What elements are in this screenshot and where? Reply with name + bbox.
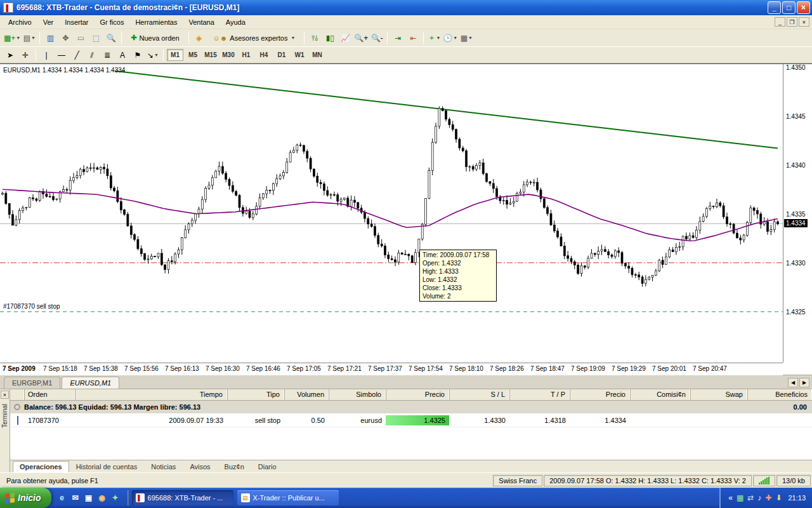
navigator-button[interactable]: ✥ <box>58 31 72 45</box>
menu-ver[interactable]: Ver <box>37 17 60 28</box>
col-tiempo[interactable]: Tiempo <box>75 389 227 400</box>
start-button[interactable]: Inicio <box>0 488 51 508</box>
timeframe-h4-button[interactable]: H4 <box>256 49 272 61</box>
bar-chart-button[interactable]: ⫯⫰ <box>308 31 322 45</box>
terminal-close-icon[interactable]: × <box>1 391 9 399</box>
vertical-line-button[interactable]: | <box>39 48 53 62</box>
price-axis[interactable]: 1.4334 1.43501.43451.43401.43351.43301.4… <box>783 64 812 363</box>
tray-antivirus-icon[interactable]: ✚ <box>765 494 771 502</box>
text-label-button[interactable]: ⚑ <box>131 48 145 62</box>
col-beneficios[interactable]: Beneficios <box>747 389 812 400</box>
candlestick-button[interactable]: ▮▯ <box>323 31 337 45</box>
strategy-tester-button[interactable]: 🔍 <box>104 31 118 45</box>
minimize-button[interactable]: _ <box>768 1 781 14</box>
tray-updates-icon[interactable]: ⬇ <box>775 494 782 502</box>
chart-tab-eurusd[interactable]: EURUSD,M1 <box>62 377 119 389</box>
periods-button[interactable]: 🕒▼ <box>442 31 458 45</box>
time-tick-label: 7 Sep 17:54 <box>409 365 443 372</box>
horizontal-line-button[interactable]: — <box>55 48 69 62</box>
metaeditor-button[interactable]: ◈ <box>192 31 206 45</box>
tab-buzon[interactable]: Buz¢n <box>218 461 251 472</box>
tray-volume-icon[interactable]: ♪ <box>757 494 761 502</box>
tab-operaciones[interactable]: Operaciones <box>13 461 69 472</box>
tray-network-icon[interactable]: ⇄ <box>747 494 754 502</box>
market-watch-button[interactable]: ▥ <box>43 31 57 45</box>
internet-explorer-icon[interactable]: e <box>56 492 68 504</box>
timeframe-h1-button[interactable]: H1 <box>238 49 254 61</box>
menu-archivo[interactable]: Archivo <box>3 17 37 28</box>
templates-button[interactable]: ▦▼ <box>459 31 473 45</box>
asesores-expertos-button[interactable]: ☺☻ Asesores expertos ▼ <box>208 31 301 45</box>
menu-ventana[interactable]: Ventana <box>183 17 219 28</box>
mdi-close-button[interactable]: × <box>799 17 809 27</box>
tab-scroll-right-icon[interactable]: ▶ <box>799 378 809 387</box>
chart-plot[interactable]: EURUSD,M1 1.4334 1.4334 1.4334 1.4334 #1… <box>0 64 783 363</box>
nueva-orden-button[interactable]: ✚ Nueva orden <box>126 31 184 45</box>
trendline-button[interactable]: ╱ <box>70 48 84 62</box>
auto-scroll-button[interactable]: ⇥ <box>391 31 405 45</box>
window-titlebar: ▌ 695688: XTB-Trader - Cuenta de demostr… <box>0 0 812 15</box>
fibonacci-button[interactable]: ≣ <box>100 48 114 62</box>
timeframe-m5-button[interactable]: M5 <box>185 49 201 61</box>
menu-graficos[interactable]: Gr ficos <box>95 17 130 28</box>
indicators-button[interactable]: ＋▼ <box>427 31 441 45</box>
time-axis[interactable]: 7 Sep 20097 Sep 15:187 Sep 15:387 Sep 15… <box>0 363 783 375</box>
time-tick-label: 7 Sep 18:10 <box>449 365 483 372</box>
taskbar-clock[interactable]: 21:13 <box>785 494 806 502</box>
show-desktop-icon[interactable]: ▣ <box>83 492 95 504</box>
line-chart-button[interactable]: 📈 <box>338 31 352 45</box>
tab-noticias[interactable]: Noticias <box>144 461 183 472</box>
col-simbolo[interactable]: Simbolo <box>329 389 386 400</box>
text-button[interactable]: A <box>115 48 129 62</box>
tab-avisos[interactable]: Avisos <box>183 461 217 472</box>
media-player-icon[interactable]: ◉ <box>96 492 108 504</box>
menu-insertar[interactable]: Insertar <box>59 17 94 28</box>
order-row[interactable]: 17087370 2009.09.07 19:33 sell stop 0.50… <box>10 413 812 427</box>
shapes-button[interactable]: ↘▼ <box>146 48 160 62</box>
menu-herramientas[interactable]: Herramientas <box>129 17 183 28</box>
col-comision[interactable]: Comisi¢n <box>630 389 690 400</box>
cursor-button[interactable]: ➤ <box>3 48 17 62</box>
channel-button[interactable]: ⫽ <box>85 48 99 62</box>
col-orden[interactable]: Orden <box>24 389 75 400</box>
tray-collapse-icon[interactable]: « <box>728 494 733 502</box>
tab-historial[interactable]: Historial de cuentas <box>69 461 145 472</box>
new-chart-button[interactable]: ▦+▼ <box>3 31 21 45</box>
chart-shift-button[interactable]: ⇤ <box>406 31 420 45</box>
zoom-out-button[interactable]: 🔍- <box>370 31 384 45</box>
col-tipo[interactable]: Tipo <box>227 389 284 400</box>
close-button[interactable]: × <box>797 1 810 14</box>
timeframe-m1-button[interactable]: M1 <box>167 49 183 61</box>
profiles-button[interactable]: ▤▼ <box>22 31 36 45</box>
menu-ayuda[interactable]: Ayuda <box>220 17 251 28</box>
chart-tab-eurgbp[interactable]: EURGBP,M1 <box>4 377 60 389</box>
timeframe-mn-button[interactable]: MN <box>309 49 325 61</box>
task-x-trader-web[interactable]: ▤ X-Trader :: Publicar u... <box>237 490 339 505</box>
col-precio[interactable]: Precio <box>386 389 449 400</box>
timeframe-d1-button[interactable]: D1 <box>273 49 290 61</box>
mdi-restore-button[interactable]: ❐ <box>787 17 797 27</box>
col-swap[interactable]: Swap <box>690 389 747 400</box>
crosshair-button[interactable]: ✛ <box>18 48 32 62</box>
timeframe-m30-button[interactable]: M30 <box>220 49 237 61</box>
toolbar-separator <box>423 32 424 44</box>
col-sl[interactable]: S / L <box>449 389 509 400</box>
plus-icon: ✚ <box>131 34 136 42</box>
tray-chart-icon[interactable]: ▦ <box>737 494 743 502</box>
candle-tooltip: Time: 2009.09.07 17:58 Open: 1.4332 High… <box>419 250 497 302</box>
outlook-icon[interactable]: ✉ <box>70 492 81 504</box>
selection-button[interactable]: ⬚ <box>89 31 103 45</box>
messenger-icon[interactable]: ✦ <box>110 492 121 504</box>
timeframe-m15-button[interactable]: M15 <box>202 49 219 61</box>
zoom-in-button[interactable]: 🔍+ <box>353 31 369 45</box>
timeframe-w1-button[interactable]: W1 <box>291 49 308 61</box>
tab-scroll-left-icon[interactable]: ◀ <box>788 378 798 387</box>
col-tp[interactable]: T / P <box>509 389 570 400</box>
tab-diario[interactable]: Diario <box>251 461 284 472</box>
col-volumen[interactable]: Volumen <box>284 389 329 400</box>
maximize-button[interactable]: □ <box>782 1 796 14</box>
mdi-minimize-button[interactable]: _ <box>775 17 785 27</box>
task-xtb-trader[interactable]: ▌ 695688: XTB-Trader - ... <box>132 490 233 505</box>
col-precio2[interactable]: Precio <box>570 389 630 400</box>
terminal-button[interactable]: ▭ <box>74 31 88 45</box>
